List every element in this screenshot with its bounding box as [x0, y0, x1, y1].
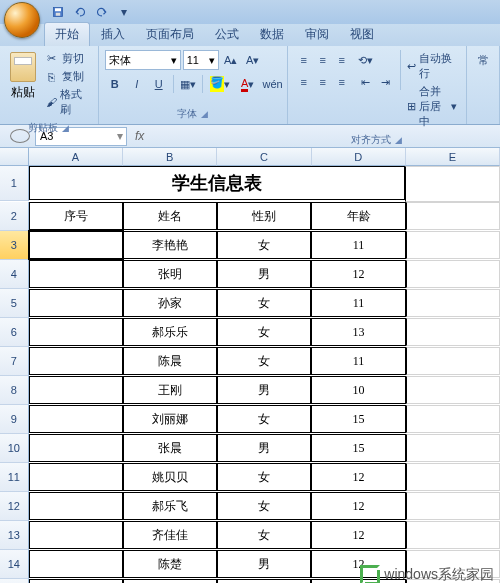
- tab-layout[interactable]: 页面布局: [136, 23, 204, 46]
- col-header-e[interactable]: E: [406, 148, 500, 166]
- paste-button[interactable]: 粘贴: [6, 50, 41, 103]
- format-painter-button[interactable]: 🖌格式刷: [43, 86, 92, 118]
- fx-icon[interactable]: fx: [129, 129, 150, 143]
- row-header[interactable]: 9: [0, 405, 29, 434]
- cell[interactable]: [406, 492, 500, 520]
- tab-home[interactable]: 开始: [44, 22, 90, 46]
- underline-button[interactable]: U: [149, 74, 169, 94]
- cell[interactable]: [406, 376, 500, 404]
- col-header-b[interactable]: B: [123, 148, 217, 166]
- align-bottom-button[interactable]: ≡: [332, 50, 352, 70]
- cell[interactable]: 女: [217, 289, 311, 317]
- cell[interactable]: 12: [311, 492, 405, 520]
- cell[interactable]: 女: [217, 347, 311, 375]
- cell[interactable]: [29, 521, 123, 549]
- col-header-a[interactable]: A: [29, 148, 123, 166]
- copy-button[interactable]: ⎘复制: [43, 68, 92, 85]
- sheet-title-cell[interactable]: 学生信息表: [29, 166, 405, 200]
- col-header-d[interactable]: D: [312, 148, 406, 166]
- cell[interactable]: [29, 231, 123, 259]
- cell[interactable]: [29, 347, 123, 375]
- cell[interactable]: [406, 202, 500, 230]
- cell[interactable]: [406, 231, 500, 259]
- cell[interactable]: 女: [217, 579, 311, 583]
- select-all-corner[interactable]: [0, 148, 29, 166]
- header-cell[interactable]: 性别: [217, 202, 311, 230]
- italic-button[interactable]: I: [127, 74, 147, 94]
- cell[interactable]: 11: [311, 289, 405, 317]
- align-launcher-icon[interactable]: ◢: [395, 135, 402, 145]
- cell[interactable]: [29, 376, 123, 404]
- row-header[interactable]: 12: [0, 492, 29, 521]
- font-name-combo[interactable]: 宋体▾: [105, 50, 181, 70]
- cell[interactable]: 男: [217, 376, 311, 404]
- cell[interactable]: [29, 492, 123, 520]
- office-button[interactable]: [4, 2, 40, 38]
- tab-view[interactable]: 视图: [340, 23, 384, 46]
- spreadsheet-grid[interactable]: A B C D E 1 学生信息表 2 序号 姓名 性别 年龄 3李艳艳女114…: [0, 148, 500, 583]
- cell[interactable]: 男: [217, 260, 311, 288]
- font-launcher-icon[interactable]: ◢: [201, 109, 208, 119]
- cell[interactable]: 王刚: [123, 376, 217, 404]
- orientation-button[interactable]: ⟲▾: [356, 50, 376, 70]
- row-header[interactable]: 1: [0, 166, 29, 201]
- cell[interactable]: [406, 289, 500, 317]
- align-center-button[interactable]: ≡: [313, 72, 333, 92]
- cell[interactable]: 女: [217, 405, 311, 433]
- cell[interactable]: 张明: [123, 260, 217, 288]
- row-header[interactable]: 7: [0, 347, 29, 376]
- cell[interactable]: 女: [217, 521, 311, 549]
- cell[interactable]: 陈楚: [123, 550, 217, 578]
- cell[interactable]: [29, 579, 123, 583]
- merge-center-button[interactable]: ⊞合并后居中▾: [404, 83, 460, 130]
- cell[interactable]: [406, 463, 500, 491]
- decrease-indent-button[interactable]: ⇤: [356, 72, 376, 92]
- tab-insert[interactable]: 插入: [91, 23, 135, 46]
- row-header[interactable]: 6: [0, 318, 29, 347]
- grow-font-button[interactable]: A▴: [221, 50, 241, 70]
- cell[interactable]: 刘娜娜: [123, 579, 217, 583]
- cut-button[interactable]: ✂剪切: [43, 50, 92, 67]
- align-top-button[interactable]: ≡: [294, 50, 314, 70]
- row-header[interactable]: 13: [0, 521, 29, 550]
- phonetic-button[interactable]: wén: [263, 74, 283, 94]
- cell[interactable]: [405, 166, 500, 202]
- cell[interactable]: 10: [311, 376, 405, 404]
- save-icon[interactable]: [48, 2, 68, 22]
- namebox-dropdown-icon[interactable]: ▾: [114, 129, 126, 143]
- font-color-button[interactable]: A▾: [235, 74, 261, 94]
- cell[interactable]: [29, 318, 123, 346]
- cell[interactable]: 郝乐乐: [123, 318, 217, 346]
- cell[interactable]: 12: [311, 260, 405, 288]
- cell[interactable]: [406, 318, 500, 346]
- tab-review[interactable]: 审阅: [295, 23, 339, 46]
- increase-indent-button[interactable]: ⇥: [376, 72, 396, 92]
- cell[interactable]: [29, 289, 123, 317]
- cell[interactable]: [29, 405, 123, 433]
- cell[interactable]: 郝乐飞: [123, 492, 217, 520]
- cell[interactable]: 齐佳佳: [123, 521, 217, 549]
- cell[interactable]: 男: [217, 434, 311, 462]
- undo-icon[interactable]: [70, 2, 90, 22]
- row-header[interactable]: 2: [0, 202, 29, 231]
- cell[interactable]: [29, 260, 123, 288]
- header-cell[interactable]: 姓名: [123, 202, 217, 230]
- cell[interactable]: 刘丽娜: [123, 405, 217, 433]
- cell[interactable]: 15: [311, 405, 405, 433]
- cell[interactable]: 女: [217, 492, 311, 520]
- cell[interactable]: 陈晨: [123, 347, 217, 375]
- cell[interactable]: 12: [311, 521, 405, 549]
- cell[interactable]: [406, 347, 500, 375]
- qat-more-icon[interactable]: ▾: [114, 2, 134, 22]
- cell[interactable]: 15: [311, 434, 405, 462]
- cell[interactable]: 11: [311, 231, 405, 259]
- cell[interactable]: 姚贝贝: [123, 463, 217, 491]
- cell[interactable]: 男: [217, 550, 311, 578]
- row-header[interactable]: 4: [0, 260, 29, 289]
- tab-formula[interactable]: 公式: [205, 23, 249, 46]
- cell[interactable]: [29, 550, 123, 578]
- cell[interactable]: 张晨: [123, 434, 217, 462]
- row-header[interactable]: 15: [0, 579, 29, 583]
- cell[interactable]: [406, 521, 500, 549]
- border-button[interactable]: ▦▾: [178, 74, 198, 94]
